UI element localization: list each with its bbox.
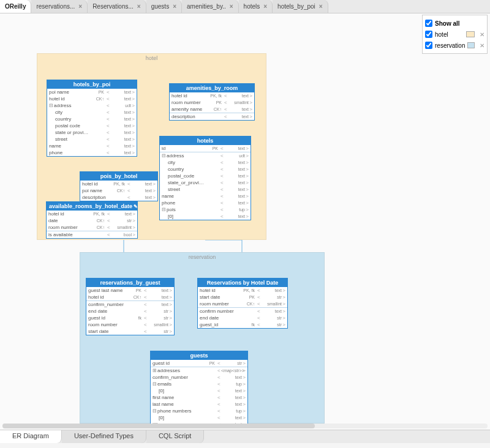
expand-icon[interactable]: ⊞	[153, 368, 157, 373]
legend-show-all[interactable]: Show all	[425, 18, 484, 29]
entity-column[interactable]: ⊟emails<tup>	[151, 381, 247, 387]
entity-column[interactable]: is available<bool>	[47, 231, 137, 238]
entity-column[interactable]: ⊟pois<tup>	[160, 206, 251, 213]
expand-icon[interactable]: ⊟	[162, 153, 166, 159]
entity-hotels[interactable]: hotelsidPK<text>⊟address<udt>city<text>c…	[159, 136, 251, 220]
entity-column[interactable]: ⊞addresses<<map<str>>>	[151, 367, 247, 374]
legend-reservation-checkbox[interactable]	[425, 42, 432, 49]
entity-column[interactable]: postal code<text>	[47, 122, 137, 129]
entity-available-rooms[interactable]: available_rooms_by_hotel_date✎hotel idPK…	[46, 201, 138, 239]
entity-column[interactable]: poi namePK<text>	[47, 89, 137, 95]
expand-icon[interactable]: ⊟	[153, 408, 157, 414]
entity-title[interactable]: available_rooms_by_hotel_date✎	[47, 202, 137, 211]
entity-pois-by-hotel[interactable]: pois_by_hotelhotel idPK, fk<text>poi nam…	[80, 171, 158, 201]
entity-column[interactable]: guest idfk<str>	[86, 315, 174, 321]
entity-column[interactable]: state or province<text>	[47, 129, 137, 136]
entity-column[interactable]: confirm number<text>	[198, 307, 287, 315]
close-icon[interactable]: ×	[319, 3, 323, 10]
entity-column[interactable]: hotel idCK↑<text>	[47, 95, 137, 102]
entity-column[interactable]: description<text>	[80, 194, 157, 201]
entity-column[interactable]: street<text>	[160, 186, 251, 193]
expand-icon[interactable]: ⊟	[153, 381, 157, 387]
entity-title[interactable]: reservations_by_guest	[86, 278, 174, 287]
entity-column[interactable]: guest idPK<str>	[151, 360, 247, 367]
tab-reservations-[interactable]: reservations...×	[31, 0, 88, 13]
entity-title[interactable]: guests	[151, 351, 247, 360]
entity-title[interactable]: hotels_by_poi	[47, 80, 137, 89]
entity-column[interactable]: room number<smallint>	[86, 321, 174, 328]
entity-title[interactable]: Reservations by Hotel Date	[198, 278, 287, 287]
entity-column[interactable]: phone<text>	[160, 200, 251, 206]
entity-column[interactable]: postal_code<text>	[160, 173, 251, 179]
entity-column[interactable]: confirm_number<text>	[86, 301, 174, 308]
entity-column[interactable]: start date<str>	[86, 328, 174, 335]
entity-column[interactable]: hotel idCK↑<text>	[86, 294, 174, 301]
expand-icon[interactable]: ⊟	[162, 207, 166, 212]
entity-column[interactable]: hotel idPK, fk<text>	[80, 181, 157, 187]
entity-column[interactable]: city<text>	[47, 109, 137, 116]
entity-column[interactable]: amenity nameCK↑<text>	[170, 106, 254, 113]
entity-title[interactable]: hotels	[160, 136, 251, 145]
legend-panel[interactable]: Show all hotel ✕ reservation ✕	[422, 15, 488, 54]
edit-icon[interactable]: ✎	[134, 204, 138, 209]
legend-hotel-checkbox[interactable]	[425, 31, 432, 38]
tab-amenities_by-[interactable]: amenities_by..×	[182, 0, 239, 13]
legend-hotel-remove[interactable]: ✕	[480, 31, 484, 38]
entity-column[interactable]: guest_idfk<str>	[198, 321, 287, 328]
bottom-tab-cql-script[interactable]: CQL Script	[146, 430, 204, 443]
entity-column[interactable]: phone<text>	[47, 149, 137, 156]
entity-column[interactable]: start datePK<str>	[198, 294, 287, 301]
scrollbar-thumb[interactable]	[2, 424, 315, 428]
entity-column[interactable]: ⊟address<udt>	[47, 102, 137, 109]
tab-hotels[interactable]: hotels×	[239, 0, 273, 13]
entity-column[interactable]: [0]<text>	[151, 387, 247, 394]
entity-guests[interactable]: guestsguest idPK<str>⊞addresses<<map<str…	[150, 351, 248, 428]
entity-column[interactable]: state_or_province<text>	[160, 179, 251, 186]
tab-hotels_by_poi[interactable]: hotels_by_poi×	[273, 0, 328, 13]
entity-reservations-by-guest[interactable]: reservations_by_guestguest last namePK<t…	[86, 278, 175, 335]
entity-column[interactable]: hotel idPK, fk<text>	[198, 287, 287, 294]
entity-column[interactable]: [0]<text>	[151, 414, 247, 421]
entity-column[interactable]: guest last namePK<text>	[86, 287, 174, 294]
entity-column[interactable]: confirm_number<text>	[151, 374, 247, 381]
entity-column[interactable]: last name<text>	[151, 401, 247, 408]
legend-reservation-remove[interactable]: ✕	[480, 42, 484, 49]
entity-column[interactable]: end date<str>	[198, 315, 287, 321]
close-icon[interactable]: ×	[230, 3, 233, 10]
entity-column[interactable]: city<text>	[160, 159, 251, 166]
entity-column[interactable]: ⊟address<udt>	[160, 152, 251, 159]
entity-column[interactable]: idPK<text>	[160, 145, 251, 152]
entity-hotels-by-poi[interactable]: hotels_by_poipoi namePK<text>hotel idCK↑…	[47, 80, 137, 157]
entity-column[interactable]: [0]<text>	[160, 213, 251, 220]
entity-reservations-by-hotel-date[interactable]: Reservations by Hotel Datehotel idPK, fk…	[197, 278, 288, 329]
entity-column[interactable]: street<text>	[47, 136, 137, 143]
legend-showall-checkbox[interactable]	[425, 20, 432, 27]
legend-item-reservation[interactable]: reservation ✕	[425, 40, 484, 51]
entity-column[interactable]: name<text>	[160, 193, 251, 200]
entity-column[interactable]: poi nameCK↑<text>	[80, 187, 157, 194]
close-icon[interactable]: ×	[173, 3, 176, 10]
entity-column[interactable]: country<text>	[47, 116, 137, 122]
entity-column[interactable]: first name<text>	[151, 394, 247, 401]
close-icon[interactable]: ×	[78, 3, 82, 10]
bottom-tab-user-defined-types[interactable]: User-Defined Types	[62, 430, 146, 443]
tab-guests[interactable]: guests×	[146, 0, 182, 13]
close-icon[interactable]: ×	[263, 3, 267, 10]
entity-title[interactable]: pois_by_hotel	[80, 172, 157, 181]
tab-oreilly[interactable]: OReilly	[0, 0, 31, 13]
entity-column[interactable]: description<text>	[170, 113, 254, 120]
entity-column[interactable]: room numberCK↑<smallint>	[198, 301, 287, 307]
entity-column[interactable]: room numberPK<smallint>	[170, 99, 254, 106]
entity-column[interactable]: hotel idPK, fk<text>	[47, 211, 137, 217]
horizontal-scrollbar[interactable]	[2, 424, 488, 428]
entity-column[interactable]: hotel idPK, fk<text>	[170, 92, 254, 99]
entity-column[interactable]: ⊟phone numbers<tup>	[151, 408, 247, 414]
legend-item-hotel[interactable]: hotel ✕	[425, 29, 484, 40]
entity-amenities-by-room[interactable]: amenities_by_roomhotel idPK, fk<text>roo…	[169, 83, 255, 121]
entity-column[interactable]: country<text>	[160, 166, 251, 173]
entity-column[interactable]: dateCK↑<str>	[47, 217, 137, 224]
entity-column[interactable]: room numberCK↑<smallint>	[47, 224, 137, 231]
entity-column[interactable]: end date<str>	[86, 308, 174, 315]
tab-reservations-[interactable]: Reservations...×	[88, 0, 146, 13]
entity-column[interactable]: name<text>	[47, 143, 137, 149]
